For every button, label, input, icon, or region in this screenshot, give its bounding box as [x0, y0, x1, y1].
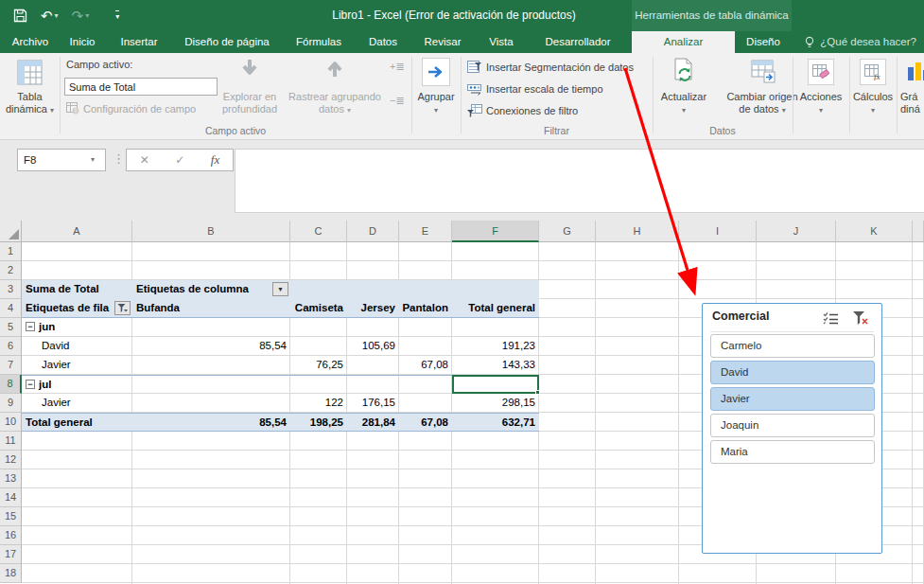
column-header-G[interactable]: G: [539, 221, 596, 242]
chevron-down-icon[interactable]: ▾: [91, 155, 95, 164]
pivot-cell-E8[interactable]: [399, 375, 452, 394]
column-labels-dropdown-icon[interactable]: ▼: [272, 282, 288, 296]
tab-insertar[interactable]: Insertar: [113, 31, 165, 53]
slicer-item-javier[interactable]: Javier: [710, 387, 875, 411]
pivot-cell-C9[interactable]: 122: [290, 394, 347, 413]
slicer-comercial[interactable]: Comercial CarmeloDavidJavierJoaquinMaria: [702, 303, 882, 554]
pivot-cell-E7[interactable]: 67,08: [399, 356, 452, 375]
tab-diseno-herramientas[interactable]: Diseño: [735, 31, 792, 53]
collapse-group-button[interactable]: −: [26, 380, 35, 389]
pivot-chart-button[interactable]: Grádiná: [900, 91, 924, 115]
row-header-5[interactable]: 5: [0, 318, 22, 337]
pivot-cell-B6[interactable]: 85,54: [132, 337, 290, 356]
pivot-cell-F7[interactable]: 143,33: [452, 356, 539, 375]
row-header-14[interactable]: 14: [0, 488, 22, 507]
pivot-cell-B3[interactable]: Etiquetas de columna▼: [132, 280, 290, 299]
row-header-13[interactable]: 13: [0, 469, 22, 488]
column-header-I[interactable]: I: [679, 221, 757, 242]
row-header-11[interactable]: 11: [0, 432, 22, 451]
column-header-C[interactable]: C: [290, 221, 347, 242]
customize-qat-icon[interactable]: ▾: [115, 10, 119, 21]
pivot-cell-A3[interactable]: Suma de Total: [22, 280, 132, 299]
pivot-cell-C4[interactable]: Camiseta: [290, 299, 347, 318]
row-labels-filter-icon[interactable]: [114, 301, 131, 315]
pivot-cell-D4[interactable]: Jersey: [347, 299, 399, 318]
column-header-J[interactable]: J: [757, 221, 836, 242]
slicer-item-maria[interactable]: Maria: [710, 440, 875, 464]
selected-cell-F8[interactable]: [452, 375, 539, 394]
pivot-cell-A6[interactable]: David: [22, 337, 132, 356]
column-header-K[interactable]: K: [836, 221, 913, 242]
tell-me-box[interactable]: ¿Qué desea hacer?: [804, 31, 916, 53]
tab-inicio[interactable]: Inicio: [62, 31, 102, 53]
pivot-cell-D6[interactable]: 105,69: [347, 337, 399, 356]
tab-revisar[interactable]: Revisar: [418, 31, 467, 53]
acciones-label[interactable]: Acciones▾: [793, 91, 849, 116]
tab-diseno-de-pagina[interactable]: Diseño de página: [178, 31, 276, 53]
refresh-button[interactable]: Actualizar▾: [655, 91, 712, 116]
slicer-item-joaquin[interactable]: Joaquin: [710, 414, 875, 437]
pivot-cell-B8[interactable]: [132, 375, 290, 394]
row-header-7[interactable]: 7: [0, 356, 22, 375]
insert-function-icon[interactable]: fx: [211, 152, 219, 168]
save-icon[interactable]: [13, 9, 27, 23]
slicer-multiselect-button[interactable]: [821, 310, 840, 327]
slicer-clear-filter-button[interactable]: [851, 310, 870, 327]
tab-formulas[interactable]: Fórmulas: [289, 31, 348, 53]
pivot-cell-A7[interactable]: Javier: [22, 356, 132, 375]
tab-desarrollador[interactable]: Desarrollador: [533, 31, 622, 53]
column-header-D[interactable]: D: [347, 221, 399, 242]
agrupar-label[interactable]: Agrupar▾: [411, 91, 461, 116]
tab-vista[interactable]: Vista: [482, 31, 520, 53]
pivot-cell-F9[interactable]: 298,15: [452, 394, 539, 413]
chevron-down-icon[interactable]: ▾: [55, 11, 59, 20]
fill-handle[interactable]: [535, 390, 540, 395]
pivot-cell-D8[interactable]: [347, 375, 399, 394]
column-header-B[interactable]: B: [132, 221, 290, 242]
acciones-button[interactable]: [808, 59, 834, 85]
pivot-cell-A10[interactable]: Total general: [22, 413, 132, 432]
row-header-12[interactable]: 12: [0, 451, 22, 469]
pivot-cell-B10[interactable]: 85,54: [132, 413, 290, 432]
pivot-cell-D9[interactable]: 176,15: [347, 394, 399, 413]
pivot-cell-F10[interactable]: 632,71: [452, 413, 539, 432]
pivot-cell-C8[interactable]: [290, 375, 347, 394]
row-header-17[interactable]: 17: [0, 545, 22, 564]
row-header-4[interactable]: 4: [0, 299, 22, 318]
insert-timeline-button[interactable]: Insertar escala de tiempo: [467, 82, 603, 96]
row-header-10[interactable]: 10: [0, 413, 22, 432]
tab-analizar-active[interactable]: Analizar: [632, 31, 735, 53]
row-header-2[interactable]: 2: [0, 261, 22, 280]
pivot-cell-D10[interactable]: 281,84: [347, 413, 399, 432]
pivot-cell-E4[interactable]: Pantalon: [399, 299, 452, 318]
row-header-3[interactable]: 3: [0, 280, 22, 299]
select-all-corner[interactable]: [0, 221, 22, 242]
slicer-item-david[interactable]: David: [710, 361, 875, 384]
slicer-item-carmelo[interactable]: Carmelo: [710, 334, 875, 358]
collapse-group-button[interactable]: −: [26, 322, 35, 331]
column-header-A[interactable]: A: [22, 221, 132, 242]
pivot-cell-C3[interactable]: [290, 280, 347, 299]
undo-button[interactable]: ↶▾: [41, 8, 59, 25]
pivot-cell-C7[interactable]: 76,25: [290, 356, 347, 375]
pivot-cell-B4[interactable]: Bufanda: [132, 299, 290, 318]
row-header-15[interactable]: 15: [0, 507, 22, 526]
row-header-8[interactable]: 8: [0, 375, 22, 394]
column-header-partial[interactable]: [913, 221, 924, 242]
agrupar-button[interactable]: [422, 58, 450, 86]
row-header-16[interactable]: 16: [0, 526, 22, 545]
insert-slicer-button[interactable]: Insertar Segmentación de datos: [467, 61, 634, 74]
pivot-cell-E10[interactable]: 67,08: [399, 413, 452, 432]
filter-connections-button[interactable]: Conexiones de filtro: [467, 104, 578, 117]
pivot-cell-A8[interactable]: −jul: [22, 375, 132, 394]
pivot-cell-A9[interactable]: Javier: [22, 394, 132, 413]
pivot-table-button[interactable]: Tabla dinámica ▾: [0, 91, 60, 116]
calculos-button[interactable]: fx: [860, 59, 886, 85]
pivot-cell-F6[interactable]: 191,23: [452, 337, 539, 356]
tab-archivo[interactable]: Archivo: [8, 31, 53, 53]
formula-input[interactable]: [235, 149, 924, 213]
active-field-input[interactable]: [64, 78, 218, 96]
row-header-18[interactable]: 18: [0, 564, 22, 583]
row-header-6[interactable]: 6: [0, 337, 22, 356]
pivot-cell-C10[interactable]: 198,25: [290, 413, 347, 432]
